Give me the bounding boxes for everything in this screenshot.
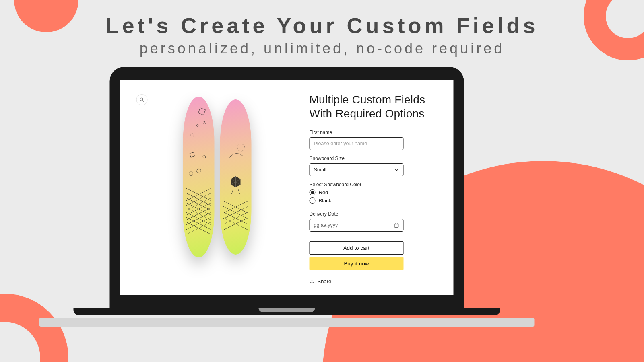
first-name-label: First name <box>310 130 439 135</box>
hero-headline: Let's Create Your Custom Fields personal… <box>0 0 644 57</box>
radio-icon <box>310 189 316 195</box>
buy-now-button[interactable]: Buy it now <box>310 257 404 270</box>
svg-point-0 <box>140 98 143 101</box>
chevron-down-icon <box>394 167 399 172</box>
zoom-button[interactable] <box>136 94 148 105</box>
svg-line-30 <box>232 189 233 194</box>
share-label: Share <box>318 278 332 284</box>
field-size: Snowboard Size Small <box>310 156 439 176</box>
magnifier-icon <box>139 97 145 103</box>
svg-point-7 <box>189 172 193 176</box>
field-first-name: First name Please enter your name <box>310 130 439 150</box>
board-pattern-icon <box>183 97 215 257</box>
field-color: Select Snowboard Color Red Black <box>310 182 439 206</box>
buy-now-label: Buy it now <box>344 261 369 267</box>
laptop-base <box>74 308 500 315</box>
svg-point-25 <box>237 144 245 151</box>
first-name-placeholder: Please enter your name <box>314 141 367 146</box>
snowboard-right <box>220 99 252 255</box>
snowboard-left <box>183 97 215 257</box>
delivery-date-input[interactable]: gg.aa.yyyy <box>310 219 404 232</box>
svg-point-6 <box>203 156 206 158</box>
share-icon <box>310 279 315 284</box>
svg-point-4 <box>196 125 198 127</box>
delivery-placeholder: gg.aa.yyyy <box>314 222 338 228</box>
product-image-pane <box>135 93 300 286</box>
product-screen: Multiple Custom Fields With Required Opt… <box>120 80 454 295</box>
svg-rect-40 <box>394 224 398 227</box>
share-link[interactable]: Share <box>310 278 439 284</box>
radio-black-label: Black <box>319 197 332 204</box>
svg-line-1 <box>142 101 144 102</box>
svg-rect-8 <box>196 169 201 173</box>
laptop-shadow <box>39 318 535 327</box>
field-delivery-date: Delivery Date gg.aa.yyyy <box>310 211 439 232</box>
product-title: Multiple Custom Fields With Required Opt… <box>310 93 426 121</box>
radio-black[interactable]: Black <box>310 197 439 204</box>
hero-title: Let's Create Your Custom Fields <box>0 13 644 38</box>
calendar-icon <box>394 223 399 228</box>
hero-subtitle: personalized, unlimited, no-code require… <box>0 40 644 57</box>
size-value: Small <box>314 167 326 173</box>
product-form-pane: Multiple Custom Fields With Required Opt… <box>310 93 439 286</box>
add-to-cart-label: Add to cart <box>343 245 369 251</box>
svg-rect-2 <box>198 108 206 115</box>
laptop-mockup: Multiple Custom Fields With Required Opt… <box>110 67 535 327</box>
svg-point-3 <box>191 134 194 137</box>
color-label: Select Snowboard Color <box>310 182 439 187</box>
size-label: Snowboard Size <box>310 156 439 161</box>
first-name-input[interactable]: Please enter your name <box>310 137 404 150</box>
svg-rect-5 <box>190 152 194 157</box>
radio-icon <box>310 197 316 204</box>
svg-line-31 <box>238 189 240 194</box>
radio-red-label: Red <box>319 189 328 195</box>
radio-red[interactable]: Red <box>310 189 439 195</box>
laptop-notch <box>259 308 315 312</box>
board-pattern-icon <box>220 99 252 255</box>
snowboard-image <box>183 97 252 257</box>
laptop-body: Multiple Custom Fields With Required Opt… <box>110 67 464 308</box>
delivery-label: Delivery Date <box>310 211 439 217</box>
add-to-cart-button[interactable]: Add to cart <box>310 241 404 255</box>
size-select[interactable]: Small <box>310 163 404 176</box>
decor-ring-bottom-left <box>0 294 68 362</box>
